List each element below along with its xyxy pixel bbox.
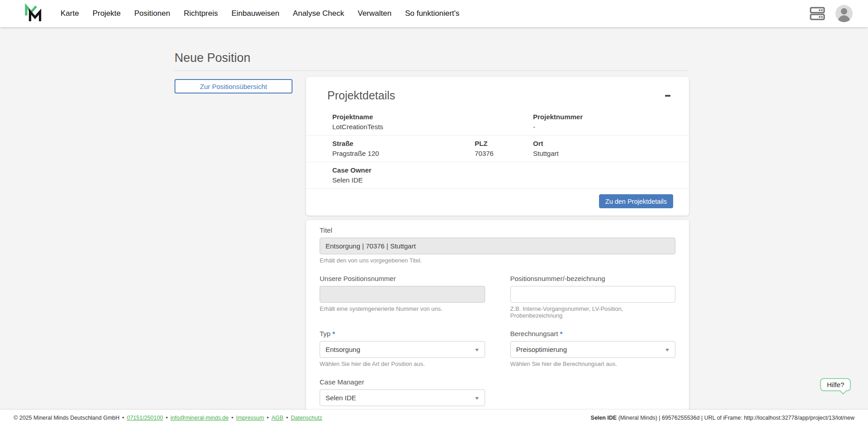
unsere-positionsnummer-helper: Erhält eine systemgenerierte Nummer von …: [320, 305, 485, 312]
titel-field: Titel Erhält den von uns vorgegebenen Ti…: [320, 226, 675, 264]
plz-value: 70376: [475, 149, 533, 158]
chevron-down-icon: [475, 349, 479, 351]
back-to-positions-button[interactable]: Zur Positionsübersicht: [175, 79, 292, 94]
unsere-positionsnummer-input: [320, 286, 485, 303]
typ-required-asterisk: *: [332, 330, 335, 337]
projektname-value: LotCreationTests: [332, 122, 533, 131]
unsere-positionsnummer-label: Unsere Positionsnummer: [320, 275, 485, 283]
strasse-label: Straße: [332, 139, 475, 148]
case-manager-select[interactable]: Selen IDE: [320, 389, 485, 406]
new-position-form-card: Titel Erhält den von uns vorgegebenen Ti…: [306, 220, 689, 413]
field-plz: PLZ 70376: [475, 139, 533, 158]
project-card-title: Projektdetails: [327, 89, 395, 102]
goto-project-details-button[interactable]: Zu den Projektdetails: [599, 194, 673, 208]
case-manager-label: Case Manager: [320, 378, 485, 386]
berechnungsart-select-value: Preisoptimierung: [516, 346, 567, 353]
footer-link-phone[interactable]: 07151/250100: [127, 415, 163, 421]
project-card-header: Projektdetails: [306, 77, 689, 109]
nav-item-projekte[interactable]: Projekte: [93, 9, 121, 18]
footer-link-email[interactable]: info@mineral-minds.de: [170, 415, 229, 421]
minus-icon[interactable]: [664, 92, 672, 100]
case-manager-select-value: Selen IDE: [326, 394, 356, 402]
unsere-positionsnummer-field: Unsere Positionsnummer Erhält eine syste…: [320, 275, 485, 319]
case-manager-field: Case Manager Selen IDE: [320, 378, 485, 406]
user-avatar-icon[interactable]: [835, 5, 853, 22]
project-row-name-number: Projektname LotCreationTests Projektnumm…: [306, 109, 689, 135]
footer-separator: •: [231, 415, 233, 421]
typ-label: Typ*: [320, 330, 485, 338]
page-title: Neue Position: [175, 51, 250, 65]
footer-session-user: Selen IDE: [591, 415, 617, 421]
mineral-minds-logo-icon[interactable]: [21, 2, 42, 25]
nav-item-karte[interactable]: Karte: [61, 9, 79, 18]
titel-label: Titel: [320, 226, 675, 234]
field-case-owner: Case Owner Selen IDE: [332, 166, 673, 184]
footer-separator: •: [286, 415, 288, 421]
nav-item-analyse-check[interactable]: Analyse Check: [293, 9, 344, 18]
field-ort: Ort Stuttgart: [533, 139, 673, 158]
berechnungsart-label: Berechnungsart*: [510, 330, 676, 338]
avatar-head: [841, 8, 847, 14]
plz-label: PLZ: [475, 139, 533, 148]
positionsnummer-helper: Z.B. Interne-Vorgangsnummer, LV-Position…: [510, 305, 676, 319]
berechnungsart-field: Berechnungsart* Preisoptimierung Wählen …: [510, 330, 676, 367]
titel-input: [320, 238, 675, 254]
type-calculation-row: Typ* Entsorgung Wählen Sie hier die Art …: [320, 330, 675, 367]
nav-item-richtpreis[interactable]: Richtpreis: [184, 9, 218, 18]
case-manager-row: Case Manager Selen IDE: [320, 378, 675, 406]
project-card-footer: Zu den Projektdetails: [306, 188, 689, 215]
typ-helper: Wählen Sie hier die Art der Position aus…: [320, 360, 485, 367]
footer-link-datenschutz[interactable]: Datenschutz: [291, 415, 322, 421]
position-number-row: Unsere Positionsnummer Erhält eine syste…: [320, 275, 675, 319]
positionsnummer-input[interactable]: [510, 286, 676, 303]
positionsnummer-label: Positionsnummer/-bezeichnung: [510, 275, 676, 283]
footer-session-info: Selen IDE (Mineral Minds) | 69576255536d…: [591, 415, 854, 421]
project-row-owner: Case Owner Selen IDE: [306, 162, 689, 188]
positionsnummer-field: Positionsnummer/-bezeichnung Z.B. Intern…: [510, 275, 676, 319]
ort-value: Stuttgart: [533, 149, 673, 158]
footer-left: © 2025 Mineral Minds Deutschland GmbH • …: [14, 415, 322, 421]
titel-helper: Erhält den von uns vorgegebenen Titel.: [320, 257, 675, 264]
case-owner-label: Case Owner: [332, 166, 673, 174]
footer-separator: •: [122, 415, 124, 421]
berechnungsart-required-asterisk: *: [560, 330, 562, 337]
help-button[interactable]: Hilfe?: [820, 378, 851, 391]
project-row-address: Straße Pragstraße 120 PLZ 70376 Ort Stut…: [306, 135, 689, 162]
footer: © 2025 Mineral Minds Deutschland GmbH • …: [0, 410, 868, 426]
case-owner-value: Selen IDE: [332, 176, 673, 184]
field-projektnummer: Projektnummer -: [533, 112, 673, 131]
footer-link-impressum[interactable]: Impressum: [236, 415, 264, 421]
footer-separator: •: [267, 415, 269, 421]
nav-item-positionen[interactable]: Positionen: [134, 9, 170, 18]
nav-item-einbauweisen[interactable]: Einbauweisen: [231, 9, 279, 18]
projektname-label: Projektname: [332, 112, 533, 121]
typ-select[interactable]: Entsorgung: [320, 341, 485, 358]
chevron-down-icon: [475, 397, 479, 400]
navbar-right: [809, 0, 853, 27]
berechnungsart-helper: Wählen Sie hier die Berechnungsart aus.: [510, 360, 676, 367]
ort-label: Ort: [533, 139, 673, 148]
main-nav: Karte Projekte Positionen Richtpreis Ein…: [61, 9, 459, 18]
typ-label-text: Typ: [320, 330, 330, 337]
footer-separator: •: [166, 415, 168, 421]
minus-dash: [665, 95, 670, 97]
field-strasse: Straße Pragstraße 120: [332, 139, 475, 158]
chevron-down-icon: [665, 349, 669, 351]
berechnungsart-label-text: Berechnungsart: [510, 330, 558, 337]
title-divider: [175, 70, 689, 71]
nav-item-so-funktionierts[interactable]: So funktioniert's: [405, 9, 459, 18]
typ-field: Typ* Entsorgung Wählen Sie hier die Art …: [320, 330, 485, 367]
avatar-body: [838, 15, 850, 22]
strasse-value: Pragstraße 120: [332, 149, 475, 158]
top-navbar: Karte Projekte Positionen Richtpreis Ein…: [0, 0, 868, 27]
case-manager-row-spacer: [510, 378, 676, 406]
footer-session-rest: (Mineral Minds) | 69576255536d | URL of …: [617, 415, 854, 421]
footer-copyright: © 2025 Mineral Minds Deutschland GmbH: [14, 415, 119, 421]
footer-link-agb[interactable]: AGB: [271, 415, 283, 421]
nav-item-verwalten[interactable]: Verwalten: [358, 9, 392, 18]
berechnungsart-select[interactable]: Preisoptimierung: [510, 341, 676, 358]
project-details-card: Projektdetails Projektname LotCreationTe…: [306, 77, 689, 215]
typ-select-value: Entsorgung: [326, 346, 360, 353]
projektnummer-value: -: [533, 122, 673, 131]
server-icon[interactable]: [809, 6, 826, 21]
